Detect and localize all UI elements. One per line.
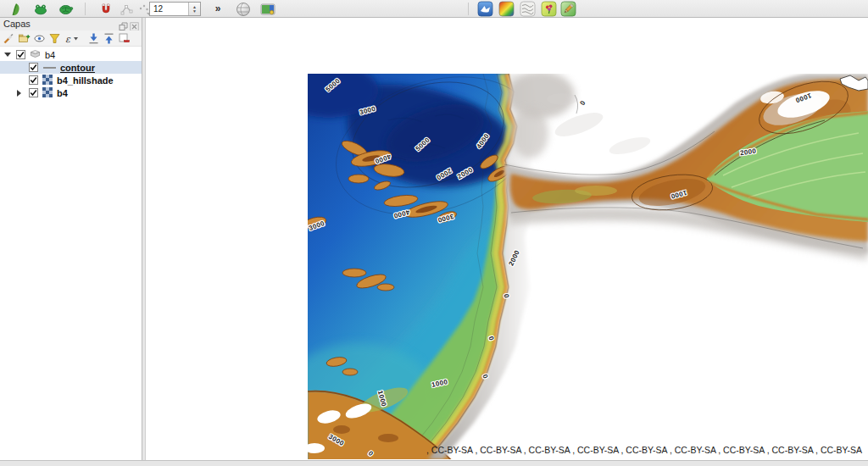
layer-checkbox[interactable] — [29, 63, 38, 72]
toolbar-separator — [85, 3, 86, 15]
map-raster — [308, 74, 868, 459]
expander-down-icon[interactable] — [4, 53, 11, 57]
map-attribution: , CC-BY-SA , CC-BY-SA , CC-BY-SA , CC-BY… — [426, 445, 868, 458]
feather-icon[interactable] — [7, 1, 23, 17]
layer-checkbox[interactable] — [16, 50, 25, 59]
layer-label[interactable]: contour — [60, 63, 95, 73]
raster-icon — [42, 75, 53, 86]
remove-layer-icon[interactable] — [118, 32, 131, 45]
panel-close-icon[interactable] — [130, 19, 139, 29]
group-label[interactable]: b4 — [45, 50, 55, 60]
frog-icon[interactable] — [32, 1, 48, 17]
map-themes-icon[interactable] — [33, 32, 46, 45]
layer-row-b4-hillshade[interactable]: b4_hillshade — [0, 74, 142, 86]
group-icon — [30, 48, 41, 61]
map-canvas[interactable]: 5000300050004000400020002000300040003000… — [146, 18, 868, 460]
main-toolbar: 12 ▲▼ » — [0, 0, 868, 18]
line-symbol — [43, 67, 56, 69]
add-group-icon[interactable] — [18, 32, 31, 45]
toolbar-overflow-chevron[interactable]: » — [210, 1, 225, 16]
expander-right-icon[interactable] — [17, 90, 21, 97]
status-bar — [0, 460, 868, 466]
layers-panel: Capas ε — [0, 18, 142, 460]
qgis-window: 12 ▲▼ » Capas — [0, 0, 868, 466]
layer-styling-icon[interactable] — [3, 32, 15, 45]
layer-row-contour[interactable]: contour — [0, 61, 142, 74]
rainbow-raster-icon[interactable] — [498, 1, 515, 17]
layers-panel-toolbar: ε — [0, 31, 142, 47]
layer-row-b4-raster[interactable]: b4 — [0, 86, 142, 99]
filter-expression-icon[interactable]: ε — [64, 32, 82, 45]
layer-checkbox[interactable] — [29, 88, 38, 97]
bathymetry-map[interactable]: 5000300050004000400020002000300040003000… — [308, 74, 868, 459]
turtle-icon[interactable] — [58, 1, 74, 17]
spinbox-value[interactable]: 12 — [150, 4, 188, 14]
magnet-icon[interactable] — [97, 1, 114, 17]
layer-label[interactable]: b4 — [57, 88, 68, 98]
panel-float-icon[interactable] — [119, 19, 128, 29]
layer-label[interactable]: b4_hillshade — [57, 75, 114, 86]
toolbar-separator — [468, 3, 469, 15]
layers-panel-header: Capas — [0, 18, 142, 31]
scale-spinbox[interactable]: 12 ▲▼ — [149, 2, 201, 16]
layer-row-group-b4[interactable]: b4 — [0, 48, 142, 61]
map-view-icon[interactable] — [259, 1, 277, 17]
layer-tree: b4 contour b4_hillshade — [0, 47, 142, 99]
filter-legend-icon[interactable] — [48, 32, 61, 45]
expand-all-icon[interactable] — [87, 32, 100, 45]
layer-checkbox[interactable] — [29, 75, 38, 85]
spinbox-arrows[interactable]: ▲▼ — [188, 3, 200, 15]
globe-icon[interactable] — [234, 1, 253, 17]
pencil-plugin-icon[interactable] — [560, 1, 576, 17]
raster-icon — [42, 87, 53, 99]
collapse-all-icon[interactable] — [103, 32, 115, 45]
flower-plugin-icon[interactable] — [541, 1, 557, 17]
boat-plugin-icon[interactable] — [477, 1, 493, 17]
hillshade-plugin-icon[interactable] — [520, 1, 536, 17]
snapping-edit-icon[interactable] — [119, 1, 135, 17]
svg-text:ε: ε — [65, 34, 71, 45]
